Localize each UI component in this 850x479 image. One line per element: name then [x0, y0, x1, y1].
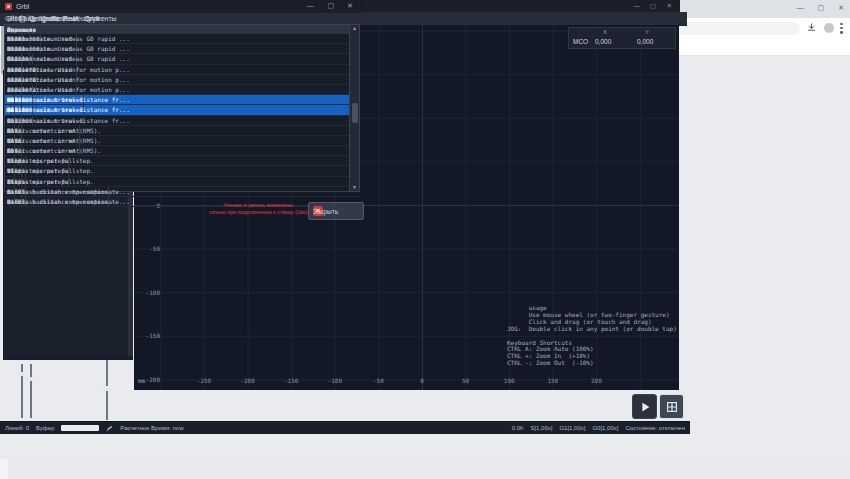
lg-minimize-button[interactable]: —: [634, 2, 641, 9]
step-slider-thumb[interactable]: [102, 386, 112, 391]
coord-x-value: 0,000: [595, 38, 611, 45]
dialog-title: Grbl: [16, 3, 29, 10]
status-s-override: S[1,00x]: [530, 425, 552, 431]
connection-warning: Чтение и запись возможны только при подк…: [208, 202, 308, 218]
parameter-row[interactable]: $121 Y-axis acceleration 1800.000 mm/sec…: [5, 75, 359, 85]
status-connection-state: Состояние: отключен: [625, 425, 685, 431]
parameter-row[interactable]: $142 Z-axis motor current 800 mA Motor c…: [5, 146, 359, 156]
x-tick-label: 150: [547, 377, 558, 384]
x-tick-label: -200: [240, 377, 254, 384]
dialog-icon: [5, 3, 12, 10]
x-tick-label: 0: [420, 377, 424, 384]
lasergrbl-status-bar: Линий: 0 Буфер Расчетное Время: now 0.0h…: [0, 421, 690, 434]
parameter-row[interactable]: $130 X-axis maximum travel 400.000 mm Ma…: [5, 95, 359, 105]
parameter-row[interactable]: $141 Y-axis motor current 1000 mA Motor …: [5, 136, 359, 146]
dialog-minimize-button[interactable]: —: [307, 2, 314, 9]
frame-button[interactable]: [659, 394, 684, 419]
x-tick-label: 100: [504, 377, 515, 384]
parameter-row[interactable]: $110 X-axis maximum rate 20040.000 mm/mi…: [5, 34, 359, 44]
x-tick-label: -150: [284, 377, 298, 384]
parameter-row[interactable]: $112 Z-axis maximum rate 600.000 mm/min …: [5, 54, 359, 64]
profile-avatar[interactable]: [824, 23, 834, 33]
status-hours: 0.0h: [512, 425, 524, 431]
power-slider-track[interactable]: [30, 364, 32, 418]
status-g0-override: G0[1,00x]: [592, 425, 618, 431]
parameter-row[interactable]: $160 X-axis backlash compensation 0.000 …: [5, 187, 359, 197]
usage-help-text: usage Use mouse wheel (or two-finger ges…: [507, 305, 677, 367]
parameter-row[interactable]: $111 Y-axis maximum rate 20040.000 mm/mi…: [5, 44, 359, 54]
window-close-button[interactable]: ✕: [838, 2, 844, 14]
parameter-row[interactable]: ▷ $131 Y-axis maximum travel 965.000 mm …: [5, 105, 359, 115]
table-scrollbar[interactable]: ▲ ▼: [349, 24, 360, 192]
parameter-row[interactable]: $132 Z-axis maximum travel 100.000 mm Ma…: [5, 116, 359, 126]
buffer-bar: [61, 425, 99, 431]
coord-y-value: 0,000: [637, 38, 653, 45]
y-tick-label: -100: [134, 289, 162, 296]
status-lines: Линий: 0: [5, 425, 29, 431]
run-program-button[interactable]: [632, 394, 657, 419]
window-maximize-button[interactable]: ▢: [818, 2, 825, 14]
parameter-row[interactable]: $122 Z-axis acceleration 200.000 mm/sec^…: [5, 85, 359, 95]
dialog-caption: Grbl $$ configuration: [5, 15, 65, 22]
table-scrollbar-thumb[interactable]: [352, 103, 358, 123]
x-tick-label: 50: [462, 377, 469, 384]
x-tick-label: 200: [591, 377, 602, 384]
x-tick-label: -250: [197, 377, 211, 384]
lg-close-button[interactable]: ✕: [667, 2, 672, 10]
parameter-row[interactable]: $151 Y-axis microsteps 16 steps Microste…: [5, 166, 359, 176]
parameter-row[interactable]: $150 X-axis microsteps 16 steps Microste…: [5, 156, 359, 166]
x-tick-label: -100: [328, 377, 342, 384]
page-scrollbar[interactable]: [0, 459, 8, 479]
scroll-up-icon[interactable]: ▲: [351, 25, 358, 32]
dialog-close-x-button[interactable]: ✕: [347, 2, 353, 10]
parameter-row[interactable]: $152 Z-axis microsteps 16 steps Microste…: [5, 177, 359, 187]
status-g1-override: G1[1,00x]: [559, 425, 585, 431]
downloads-icon[interactable]: [806, 22, 818, 34]
y-tick-label: -50: [134, 245, 162, 252]
dialog-title-bar[interactable]: Grbl — ▢ ✕: [0, 0, 362, 13]
status-estimated-time: Расчетное Время: now: [120, 425, 183, 431]
power-slider-thumb[interactable]: [26, 377, 35, 381]
pencil-icon: [106, 425, 113, 432]
parameter-row[interactable]: $140 X-axis motor current 800 mA Motor c…: [5, 126, 359, 136]
browser-menu-icon[interactable]: [840, 23, 843, 34]
axis-unit-label: mm: [138, 377, 145, 384]
parameter-row[interactable]: $120 X-axis acceleration 2000.000 mm/sec…: [5, 65, 359, 75]
window-minimize-button[interactable]: —: [797, 2, 804, 14]
menu-item-label: ?: [95, 15, 99, 22]
coord-x-header: X: [603, 29, 607, 35]
coord-y-header: Y: [645, 29, 649, 35]
x-tick-label: -50: [373, 377, 384, 384]
close-dialog-button[interactable]: ✕ Закрыть: [308, 202, 364, 220]
close-button-label: Закрыть: [313, 208, 338, 215]
y-tick-label: -150: [134, 332, 162, 339]
grbl-parameters-table: #Параметр ЗначениеединицаОписание $110 X…: [4, 24, 360, 192]
machine-coordinates-panel: X Y MCO 0,000 0,000: [568, 27, 676, 49]
status-buffer-label: Буфер: [36, 425, 54, 431]
coord-row-label: MCO: [573, 38, 588, 45]
table-header-row: #Параметр ЗначениеединицаОписание: [5, 25, 359, 34]
dialog-maximize-button[interactable]: ▢: [327, 2, 334, 10]
lg-maximize-button[interactable]: ▢: [650, 2, 656, 10]
scroll-down-icon[interactable]: ▼: [351, 184, 358, 191]
speed-slider-thumb[interactable]: [17, 372, 26, 376]
